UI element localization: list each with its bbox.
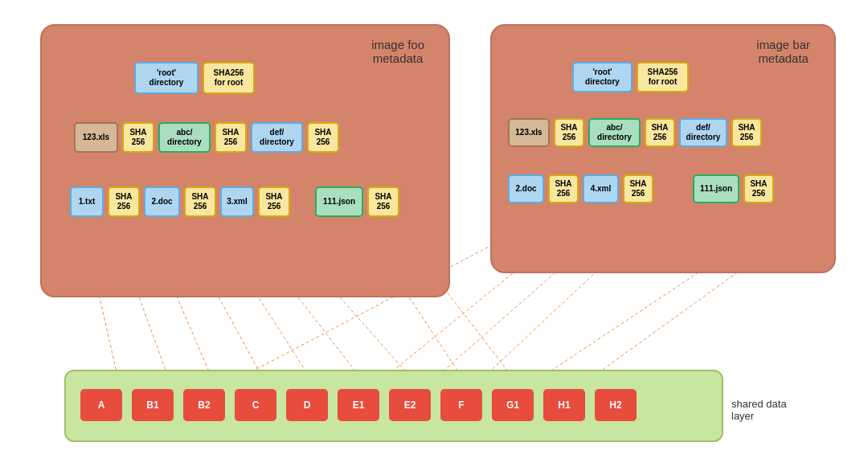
bar-111json: 111.json — [693, 174, 739, 203]
bar-sha5: SHA256 — [623, 174, 653, 203]
bar-2doc: 2.doc — [508, 174, 544, 203]
main-container: image foo metadata 'root'directory SHA25… — [0, 0, 868, 475]
block-F: F — [440, 389, 482, 421]
image-bar-container: image bar metadata 'root'directory SHA25… — [490, 24, 836, 273]
foo-abc-dir: abc/directory — [158, 122, 211, 153]
bar-root-sha: SHA256for root — [637, 62, 689, 92]
bar-123xls: 123.xls — [508, 118, 550, 147]
bar-root-dir: 'root'directory — [572, 62, 633, 92]
bar-sha4: SHA256 — [548, 174, 579, 203]
image-bar-label: image bar metadata — [756, 38, 810, 65]
block-E2: E2 — [389, 389, 431, 421]
image-foo-container: image foo metadata 'root'directory SHA25… — [40, 24, 450, 297]
block-H1: H1 — [543, 389, 585, 421]
foo-root-sha: SHA256for root — [203, 62, 255, 94]
foo-1txt: 1.txt — [70, 186, 104, 217]
foo-def-dir: def/directory — [251, 122, 303, 153]
bar-4xml: 4.xml — [583, 174, 619, 203]
foo-111json: 111.json — [315, 186, 363, 217]
image-foo-label: image foo metadata — [371, 38, 424, 65]
foo-sha5: SHA256 — [184, 186, 216, 217]
foo-sha4: SHA256 — [108, 186, 140, 217]
shared-data-layer: A B1 B2 C D E1 E2 F G1 H1 H2 — [64, 370, 723, 442]
diagram-area: image foo metadata 'root'directory SHA25… — [16, 8, 852, 466]
foo-root-dir: 'root'directory — [134, 62, 199, 94]
foo-2doc: 2.doc — [144, 186, 180, 217]
foo-sha2: SHA256 — [215, 122, 247, 153]
foo-123xls: 123.xls — [74, 122, 118, 153]
foo-sha6: SHA256 — [258, 186, 290, 217]
block-G1: G1 — [492, 389, 534, 421]
bar-abc-dir: abc/directory — [588, 118, 641, 147]
block-C: C — [235, 389, 276, 421]
bar-sha3: SHA256 — [731, 118, 762, 147]
foo-sha1: SHA256 — [122, 122, 154, 153]
block-D: D — [286, 389, 328, 421]
foo-sha7: SHA256 — [367, 186, 399, 217]
foo-sha3: SHA256 — [307, 122, 339, 153]
block-E1: E1 — [338, 389, 379, 421]
shared-layer-label: shared data layer — [731, 398, 787, 422]
foo-3xml: 3.xml — [220, 186, 254, 217]
block-B2: B2 — [183, 389, 225, 421]
bar-def-dir: def/directory — [679, 118, 727, 147]
bar-sha6: SHA256 — [743, 174, 774, 203]
block-B1: B1 — [132, 389, 174, 421]
block-A: A — [80, 389, 122, 421]
bar-sha1: SHA256 — [554, 118, 584, 147]
bar-sha2: SHA256 — [645, 118, 675, 147]
block-H2: H2 — [595, 389, 637, 421]
